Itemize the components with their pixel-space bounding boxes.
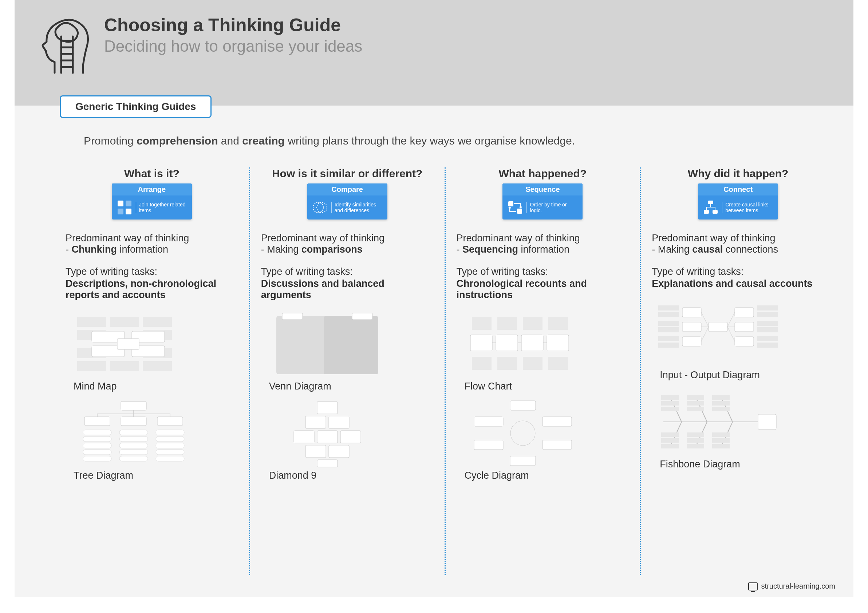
card-compare: Compare Identify similarities and differ… — [307, 183, 388, 220]
svg-rect-30 — [83, 430, 112, 435]
footer-link[interactable]: structural-learning.com — [761, 582, 835, 590]
thumb-mind-map — [70, 310, 194, 379]
svg-rect-10 — [126, 209, 132, 214]
svg-rect-103 — [735, 322, 754, 331]
thinking-mode: Predominant way of thinking - Chunking i… — [65, 232, 238, 255]
svg-rect-127 — [687, 444, 704, 449]
thumb-label: Flow Chart — [465, 381, 629, 392]
svg-rect-82 — [474, 440, 503, 450]
card-sequence: Sequence Order by time or logic. — [502, 183, 583, 220]
svg-rect-28 — [121, 417, 146, 426]
thumb-label: Diamond 9 — [269, 470, 434, 481]
card-text: Order by time or logic. — [527, 202, 578, 213]
svg-rect-88 — [658, 312, 679, 317]
svg-rect-54 — [294, 430, 314, 443]
svg-rect-117 — [687, 401, 704, 406]
svg-rect-49 — [282, 313, 302, 320]
svg-rect-131 — [758, 414, 776, 430]
thinking-mode: Predominant way of thinking - Sequencing… — [457, 232, 629, 255]
svg-rect-71 — [496, 335, 518, 351]
question-heading: What is it? — [65, 167, 238, 180]
thumb-diamond9 — [265, 399, 389, 468]
svg-rect-8 — [126, 201, 132, 206]
svg-rect-35 — [119, 430, 148, 435]
svg-rect-31 — [83, 437, 112, 441]
svg-rect-124 — [661, 444, 679, 449]
svg-rect-130 — [712, 444, 730, 449]
sequence-icon — [507, 199, 524, 216]
svg-rect-73 — [547, 335, 569, 351]
columns: What is it? Arrange Join together relate… — [54, 167, 835, 575]
svg-rect-115 — [661, 407, 679, 411]
svg-rect-15 — [110, 361, 139, 371]
page-title: Choosing a Thinking Guide — [104, 15, 362, 36]
svg-rect-92 — [658, 342, 679, 348]
tasks-text: Chronological recounts and instructions — [457, 278, 629, 301]
svg-rect-7 — [118, 201, 123, 206]
svg-rect-85 — [704, 210, 709, 214]
brain-ladder-icon — [40, 15, 91, 74]
card-connect: Connect Create causal links between item… — [698, 183, 778, 220]
connect-icon — [702, 199, 719, 216]
card-text: Identify similarities and differences. — [331, 202, 383, 213]
column-arrange: What is it? Arrange Join together relate… — [54, 167, 249, 575]
svg-rect-57 — [305, 445, 326, 458]
svg-rect-14 — [77, 361, 106, 371]
tasks-text: Explanations and causal accounts — [652, 278, 824, 289]
thumb-tree-diagram — [70, 399, 194, 468]
tasks-label: Type of writing tasks: — [652, 266, 824, 277]
svg-rect-101 — [682, 337, 701, 346]
svg-rect-26 — [121, 401, 146, 410]
svg-rect-43 — [156, 450, 184, 455]
thumb-label: Mind Map — [74, 381, 238, 392]
compare-icon — [312, 199, 329, 216]
svg-rect-95 — [757, 321, 778, 326]
svg-rect-65 — [548, 317, 568, 330]
svg-rect-100 — [682, 322, 701, 331]
question-heading: Why did it happen? — [652, 167, 824, 180]
card-text: Join together related items. — [136, 202, 188, 213]
svg-rect-50 — [352, 313, 372, 320]
svg-rect-12 — [110, 317, 139, 327]
svg-rect-96 — [757, 327, 778, 332]
svg-rect-123 — [661, 438, 679, 443]
svg-rect-122 — [661, 432, 679, 437]
svg-point-46 — [317, 203, 327, 212]
svg-rect-52 — [305, 416, 326, 429]
svg-rect-119 — [712, 395, 730, 400]
card-text: Create causal links between items. — [722, 202, 774, 213]
svg-rect-129 — [712, 438, 730, 443]
svg-rect-102 — [735, 308, 754, 317]
svg-rect-118 — [687, 407, 704, 411]
svg-rect-125 — [687, 432, 704, 437]
svg-rect-72 — [521, 335, 543, 351]
svg-rect-83 — [542, 440, 572, 450]
svg-rect-34 — [83, 456, 112, 461]
card-title: Connect — [698, 183, 778, 195]
svg-rect-62 — [472, 317, 491, 330]
thumb-label: Venn Diagram — [269, 381, 434, 392]
thumb-cycle-diagram — [461, 399, 585, 468]
monitor-icon — [748, 582, 758, 590]
svg-rect-70 — [470, 335, 492, 351]
footer: structural-learning.com — [748, 582, 835, 590]
svg-rect-44 — [156, 456, 184, 461]
tab-generic-thinking-guides[interactable]: Generic Thinking Guides — [60, 95, 212, 118]
svg-rect-67 — [498, 357, 517, 370]
thumb-label: Tree Diagram — [74, 470, 238, 481]
svg-rect-120 — [712, 401, 730, 406]
svg-rect-60 — [508, 201, 513, 206]
svg-rect-93 — [757, 305, 778, 311]
titles: Choosing a Thinking Guide Deciding how t… — [104, 15, 362, 55]
svg-rect-48 — [324, 316, 378, 374]
header: Choosing a Thinking Guide Deciding how t… — [15, 0, 853, 105]
svg-rect-58 — [329, 445, 349, 458]
thinking-mode: Predominant way of thinking - Making com… — [261, 232, 434, 255]
svg-rect-47 — [276, 316, 331, 374]
thumb-label: Input - Output Diagram — [660, 370, 824, 381]
svg-rect-78 — [510, 401, 536, 410]
svg-rect-56 — [340, 430, 361, 443]
svg-rect-94 — [757, 312, 778, 317]
thinking-mode: Predominant way of thinking - Making cau… — [652, 232, 824, 255]
svg-rect-9 — [118, 209, 123, 214]
